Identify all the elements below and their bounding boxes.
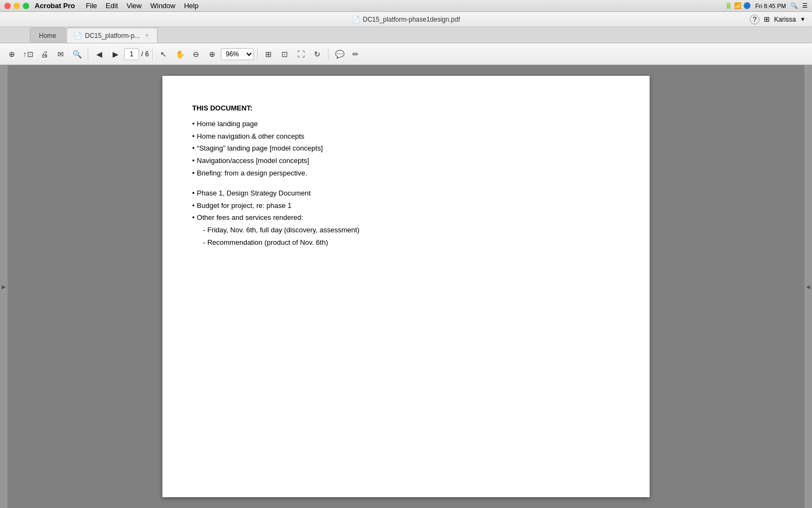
toolbar: ⊕ ↑⊡ 🖨 ✉ 🔍 ◀ ▶ / 6 ↖ ✋ ⊖ ⊕ 96% 50% 75% 1… — [0, 43, 812, 65]
user-dropdown-icon[interactable]: ▼ — [800, 16, 806, 22]
tabbar: Home 📄 DC15_platform-p... × — [0, 27, 812, 43]
bullet-text-8: Other fees and services rendered: — [197, 212, 304, 224]
titlebar-right: ? ⊞ Karissa ▼ — [750, 15, 806, 24]
menu-window[interactable]: Window — [150, 2, 175, 10]
toolbar-add-button[interactable]: ⊕ — [4, 47, 19, 61]
page-number-input[interactable] — [124, 48, 139, 60]
left-sidebar-toggle[interactable]: ▶ — [0, 65, 8, 508]
bullet-symbol-3: • — [192, 143, 195, 154]
titlebar: 📄 DC15_platform-phase1design.pdf ? ⊞ Kar… — [0, 12, 812, 27]
pdf-page: THIS DOCUMENT: • Home landing page • Hom… — [162, 76, 650, 497]
bullet-text-2: Home navigation & other concepts — [197, 131, 305, 142]
bullet-text-3: “Staging” landing page [model concepts] — [197, 143, 323, 154]
right-sidebar-toggle[interactable]: ◀ — [804, 65, 812, 508]
bullet-symbol-7: • — [192, 200, 195, 212]
help-button[interactable]: ? — [750, 15, 759, 24]
bullet-text-5: Briefing: from a design perspective. — [197, 168, 307, 179]
clock: Fri 8:45 PM — [755, 3, 786, 9]
menu-edit[interactable]: Edit — [106, 2, 117, 10]
bullet-3: • “Staging” landing page [model concepts… — [192, 143, 620, 154]
bullet-symbol-5: • — [192, 168, 195, 179]
toolbar-rotate-button[interactable]: ↻ — [310, 47, 325, 61]
pdf-icon: 📄 — [352, 16, 360, 23]
close-button[interactable] — [4, 3, 11, 9]
bullet-7: • Budget for project, re: phase 1 — [192, 200, 620, 212]
minimize-button[interactable] — [14, 3, 20, 9]
toolbar-hand-button[interactable]: ✋ — [172, 47, 187, 61]
toolbar-prev-button[interactable]: ◀ — [91, 47, 107, 61]
bullet-2: • Home navigation & other concepts — [192, 131, 620, 142]
bullet-1: • Home landing page — [192, 119, 620, 130]
bullet-text-7: Budget for project, re: phase 1 — [197, 200, 292, 212]
organize-button[interactable]: ⊞ — [764, 15, 770, 23]
toolbar-page-controls: / 6 — [124, 48, 149, 60]
sub-bullet-text-2: - Recommendation (product of Nov. 6th) — [203, 238, 328, 246]
toolbar-separator-2 — [152, 49, 153, 60]
bullet-5: • Briefing: from a design perspective. — [192, 168, 620, 179]
toolbar-separator-4 — [328, 49, 329, 60]
system-icons: 🔋 📶 🔵 — [725, 2, 751, 9]
doc-heading: THIS DOCUMENT: — [192, 103, 620, 114]
tab-doc-label: DC15_platform-p... — [85, 32, 140, 40]
toolbar-print-button[interactable]: 🖨 — [37, 47, 52, 61]
toolbar-save-button[interactable]: ↑⊡ — [21, 47, 36, 61]
zoom-select[interactable]: 96% 50% 75% 100% 125% 150% — [221, 48, 254, 60]
bullet-text-6: Phase 1, Design Strategy Document — [197, 188, 311, 199]
menu-help[interactable]: Help — [184, 2, 199, 10]
tab-close-button[interactable]: × — [143, 32, 150, 40]
tab-home[interactable]: Home — [30, 28, 66, 43]
user-label: Karissa — [774, 16, 796, 23]
bullet-symbol-6: • — [192, 188, 195, 199]
toolbar-fit-page-button[interactable]: ⊞ — [261, 47, 276, 61]
sub-bullet-2: - Recommendation (product of Nov. 6th) — [203, 237, 620, 249]
toolbar-fit-width-button[interactable]: ⊡ — [277, 47, 292, 61]
bullet-4: • Navigation/access [model concepts] — [192, 155, 620, 167]
menubar-items: Acrobat Pro File Edit View Window Help — [35, 2, 725, 10]
bullet-symbol-1: • — [192, 119, 195, 130]
bullet-text-1: Home landing page — [197, 119, 258, 130]
menu-icon[interactable]: ☰ — [802, 2, 808, 9]
tab-document[interactable]: 📄 DC15_platform-p... × — [67, 28, 158, 43]
toolbar-annotate-button[interactable]: ✏ — [348, 47, 363, 61]
toolbar-zoom: 96% 50% 75% 100% 125% 150% — [221, 48, 254, 60]
sub-bullet-1: - Friday, Nov. 6th, full day (discovery,… — [203, 225, 620, 236]
bullet-text-4: Navigation/access [model concepts] — [197, 155, 309, 167]
toolbar-separator-1 — [88, 49, 88, 60]
main-area: ▶ THIS DOCUMENT: • Home landing page • H… — [0, 65, 812, 508]
titlebar-title: 📄 DC15_platform-phase1design.pdf — [352, 16, 460, 23]
page-total: 6 — [145, 50, 149, 58]
toolbar-separator-3 — [257, 49, 258, 60]
maximize-button[interactable] — [23, 3, 29, 9]
spacer-1 — [192, 180, 620, 188]
bullet-symbol-4: • — [192, 155, 195, 167]
toolbar-next-button[interactable]: ▶ — [108, 47, 123, 61]
toolbar-comment-button[interactable]: 💬 — [332, 47, 347, 61]
toolbar-search-button[interactable]: 🔍 — [69, 47, 84, 61]
traffic-lights — [4, 3, 29, 9]
bullet-symbol-2: • — [192, 131, 195, 142]
menubar: Acrobat Pro File Edit View Window Help 🔋… — [0, 0, 812, 12]
tab-home-label: Home — [39, 32, 56, 40]
toolbar-zoom-in-button[interactable]: ⊕ — [205, 47, 220, 61]
page-separator: / — [141, 50, 143, 58]
document-title: DC15_platform-phase1design.pdf — [363, 16, 460, 23]
sub-bullet-text-1: - Friday, Nov. 6th, full day (discovery,… — [203, 226, 359, 234]
menubar-right: 🔋 📶 🔵 Fri 8:45 PM 🔍 ☰ — [725, 2, 808, 9]
app-name: Acrobat Pro — [35, 2, 75, 10]
bullet-symbol-8: • — [192, 212, 195, 224]
pdf-viewer[interactable]: THIS DOCUMENT: • Home landing page • Hom… — [8, 65, 804, 508]
toolbar-zoom-out-button[interactable]: ⊖ — [188, 47, 204, 61]
bullet-8: • Other fees and services rendered: — [192, 212, 620, 224]
menu-file[interactable]: File — [86, 2, 97, 10]
tab-doc-icon: 📄 — [74, 32, 82, 40]
bullet-6: • Phase 1, Design Strategy Document — [192, 188, 620, 199]
menu-view[interactable]: View — [127, 2, 142, 10]
toolbar-full-screen-button[interactable]: ⛶ — [293, 47, 309, 61]
search-icon[interactable]: 🔍 — [790, 2, 798, 9]
toolbar-email-button[interactable]: ✉ — [53, 47, 68, 61]
toolbar-select-button[interactable]: ↖ — [156, 47, 171, 61]
